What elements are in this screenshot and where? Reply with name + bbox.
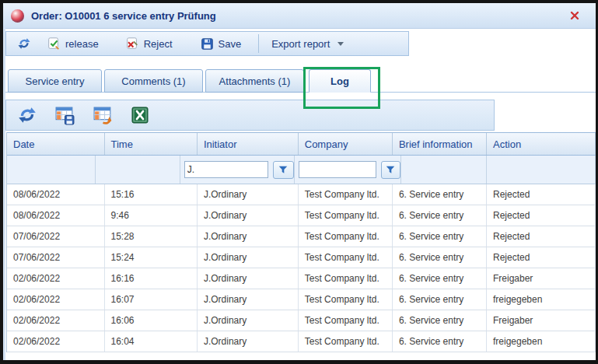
table-row[interactable]: 08/06/2022 9:46 J.Ordinary Test Company … (7, 205, 596, 226)
tab-service-entry[interactable]: Service entry (8, 69, 102, 93)
window-inner: Order: O10001 6 service entry Prüfung (3, 3, 596, 360)
excel-icon (131, 106, 149, 124)
tab-label: Service entry (26, 75, 85, 87)
table-row[interactable]: 02/06/2022 16:16 J.Ordinary Test Company… (7, 268, 596, 289)
cell-date: 07/06/2022 (7, 226, 105, 247)
window-title: Order: O10001 6 service entry Prüfung (31, 10, 216, 22)
column-header-company[interactable]: Company (299, 133, 393, 155)
reject-label: Reject (144, 38, 173, 50)
initiator-filter-button[interactable] (273, 161, 294, 179)
refresh-button[interactable] (12, 35, 36, 52)
cell-initiator: J.Ordinary (198, 184, 299, 205)
cell-brief-information: 6. Service entry (393, 184, 487, 205)
cell-action: Freigaber (487, 268, 596, 289)
cell-initiator: J.Ordinary (198, 310, 299, 331)
filter-row (7, 156, 596, 184)
company-filter-input[interactable] (299, 161, 376, 178)
export-grid-button[interactable] (93, 105, 114, 126)
table-header-row: Date Time Initiator Company Brief inform… (7, 132, 596, 156)
filter-cell-brief-information (401, 156, 487, 184)
table-save-icon (54, 105, 75, 126)
cell-time: 9:46 (105, 205, 198, 226)
filter-cell-date (7, 156, 96, 184)
refresh-icon (17, 37, 31, 51)
cell-action: Rejected (487, 247, 596, 268)
table-row[interactable]: 02/06/2022 16:04 J.Ordinary Test Company… (7, 331, 596, 352)
tab-strip: Service entry Comments (1) Attachments (… (8, 69, 371, 93)
cell-date: 08/06/2022 (7, 184, 105, 205)
order-window: Order: O10001 6 service entry Prüfung (0, 0, 598, 364)
cell-initiator: J.Ordinary (198, 247, 299, 268)
cell-action: Rejected (487, 205, 596, 226)
cell-company: Test Company ltd. (299, 268, 393, 289)
reject-icon (125, 37, 139, 51)
cell-brief-information: 6. Service entry (393, 310, 487, 331)
release-label: release (65, 38, 99, 50)
reject-button[interactable]: Reject (121, 35, 177, 52)
app-icon (11, 9, 24, 23)
tab-attachments[interactable]: Attachments (1) (205, 69, 304, 93)
cell-date: 08/06/2022 (7, 205, 105, 226)
save-icon (201, 37, 214, 51)
left-edge-strip (3, 28, 5, 360)
company-filter-button[interactable] (381, 161, 400, 179)
caret-down-icon (337, 42, 344, 46)
close-button[interactable] (569, 10, 580, 21)
table-row[interactable]: 07/06/2022 15:28 J.Ordinary Test Company… (7, 226, 596, 247)
refresh-log-button[interactable] (17, 105, 37, 125)
table-row[interactable]: 07/06/2022 15:24 J.Ordinary Test Company… (7, 247, 596, 268)
table-body: 08/06/2022 15:16 J.Ordinary Test Company… (7, 184, 596, 352)
filter-cell-initiator (180, 156, 295, 184)
column-header-date[interactable]: Date (7, 133, 105, 155)
cell-brief-information: 6. Service entry (393, 331, 487, 352)
cell-action: Freigaber (487, 310, 596, 331)
close-icon (570, 11, 579, 20)
excel-export-button[interactable] (131, 106, 149, 124)
titlebar: Order: O10001 6 service entry Prüfung (3, 3, 596, 29)
table-row[interactable]: 08/06/2022 15:16 J.Ordinary Test Company… (7, 184, 596, 205)
export-report-label: Export report (271, 38, 330, 50)
cell-action: Rejected (487, 184, 596, 205)
cell-date: 02/06/2022 (7, 268, 105, 289)
save-grid-button[interactable] (54, 105, 75, 126)
cell-brief-information: 6. Service entry (393, 205, 487, 226)
tab-label: Log (330, 75, 349, 87)
save-label: Save (219, 38, 242, 50)
filter-cell-time (96, 156, 180, 184)
export-report-button[interactable]: Export report (267, 37, 348, 51)
release-button[interactable]: release (42, 35, 103, 52)
release-icon (47, 37, 61, 51)
cell-brief-information: 6. Service entry (393, 289, 487, 310)
tab-label: Attachments (1) (219, 75, 291, 87)
tab-comments[interactable]: Comments (1) (104, 69, 203, 93)
funnel-icon (385, 164, 396, 175)
funnel-icon (278, 164, 289, 175)
tab-label: Comments (1) (121, 75, 185, 87)
cell-company: Test Company ltd. (299, 184, 393, 205)
column-header-time[interactable]: Time (105, 133, 198, 155)
column-header-brief-information[interactable]: Brief information (393, 133, 487, 155)
cell-date: 02/06/2022 (7, 289, 105, 310)
column-header-initiator[interactable]: Initiator (198, 133, 299, 155)
cell-time: 15:24 (105, 247, 198, 268)
column-header-action[interactable]: Action (487, 133, 596, 155)
initiator-filter-input[interactable] (184, 161, 268, 178)
cell-initiator: J.Ordinary (198, 226, 299, 247)
toolbar-separator (258, 34, 259, 53)
table-row[interactable]: 02/06/2022 16:07 J.Ordinary Test Company… (7, 289, 596, 310)
cell-brief-information: 6. Service entry (393, 268, 487, 289)
cell-time: 15:28 (105, 226, 198, 247)
log-table: Date Time Initiator Company Brief inform… (6, 132, 596, 352)
tab-log[interactable]: Log (309, 69, 371, 93)
refresh-icon (17, 105, 37, 125)
save-button[interactable]: Save (196, 36, 247, 52)
table-row[interactable]: 02/06/2022 16:06 J.Ordinary Test Company… (7, 310, 596, 331)
cell-date: 02/06/2022 (7, 331, 105, 352)
table-export-icon (93, 105, 114, 126)
cell-company: Test Company ltd. (299, 289, 393, 310)
cell-initiator: J.Ordinary (198, 289, 299, 310)
cell-time: 16:06 (105, 310, 198, 331)
cell-action: freigegeben (487, 331, 596, 352)
cell-company: Test Company ltd. (299, 226, 393, 247)
main-toolbar: release Reject Save (5, 31, 409, 56)
